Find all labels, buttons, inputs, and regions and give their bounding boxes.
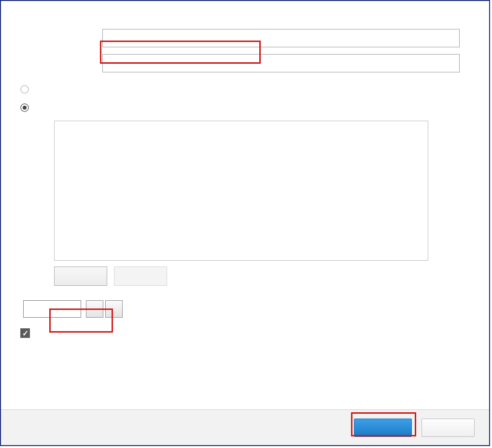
cancel-button[interactable] [422,419,475,437]
enable-rule-row[interactable]: ✓ [20,328,475,338]
row-description [20,54,475,75]
display-name-label [20,29,102,33]
ok-button[interactable] [354,419,412,437]
radio-restrict[interactable] [20,103,475,112]
checkbox-checked-icon: ✓ [20,328,30,338]
remove-users-button[interactable] [114,266,167,286]
radio-dot-icon [23,106,27,110]
add-users-button[interactable] [54,266,107,286]
display-name-input[interactable] [102,29,460,47]
dialog-title [1,1,489,10]
description-field [102,54,475,75]
max-desktops-row [20,300,475,318]
users-groups-buttons [54,266,475,286]
users-groups-panel [54,121,428,261]
dialog-add-desktop-assignment-rule: ✓ [0,0,490,446]
description-input[interactable] [102,54,460,72]
dialog-footer [1,409,489,445]
description-label [20,54,102,58]
stepper-minus-button[interactable] [86,300,103,318]
radio-icon-unselected [20,85,29,94]
radio-icon-selected [20,103,29,112]
stepper-plus-button[interactable] [105,300,123,318]
dialog-body: ✓ [1,10,489,338]
max-desktops-input[interactable] [23,300,81,318]
radio-allow-everyone[interactable] [20,85,475,94]
display-name-field [102,29,475,47]
row-display-name [20,29,475,47]
